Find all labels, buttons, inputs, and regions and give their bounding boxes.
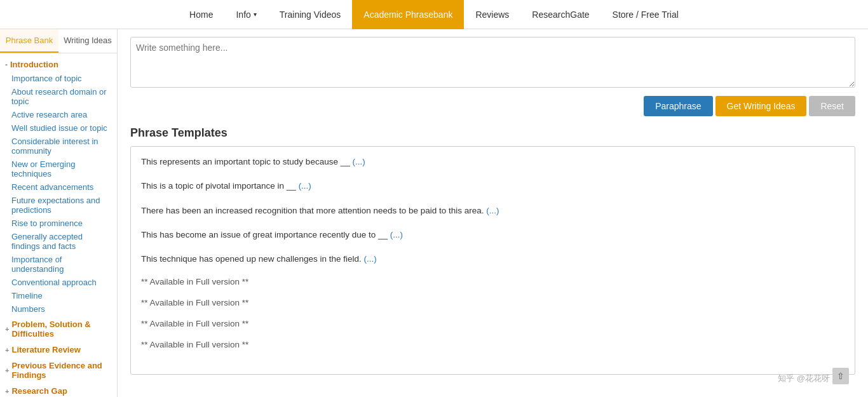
sidebar-item-1[interactable]: About research domain or topic	[0, 85, 117, 108]
action-buttons: Paraphrase Get Writing Ideas Reset	[130, 96, 855, 116]
sidebar-item-11[interactable]: Conventional approach	[0, 276, 117, 289]
sidebar-section-3: +Previous Evidence and Findings	[0, 358, 117, 382]
sidebar-section-label-0: Introduction	[10, 60, 58, 69]
phrase-line-0: This represents an important topic to st…	[141, 156, 844, 168]
expand-icon: +	[5, 367, 9, 374]
nav-item-home[interactable]: Home	[178, 0, 224, 29]
sidebar-section-label-1: Problem, Solution & Difficulties	[11, 320, 112, 339]
collapse-icon: -	[5, 60, 8, 69]
available-item-2: ** Available in Full version **	[141, 319, 844, 328]
phrase-link-2[interactable]: (...)	[486, 206, 499, 215]
get-writing-ideas-button[interactable]: Get Writing Ideas	[715, 96, 807, 116]
sidebar-section-label-2: Literature Review	[11, 345, 80, 354]
sidebar-item-9[interactable]: Generally accepted findings and facts	[0, 230, 117, 253]
navigation: HomeInfo▾Training VideosAcademic Phraseb…	[0, 0, 868, 29]
sidebar-item-8[interactable]: Rise to prominence	[0, 217, 117, 230]
nav-item-researchgate[interactable]: ResearchGate	[520, 0, 600, 29]
sidebar-item-13[interactable]: Numbers	[0, 302, 117, 316]
phrase-link-4[interactable]: (...)	[364, 254, 377, 264]
chevron-down-icon: ▾	[254, 11, 257, 18]
write-textarea[interactable]	[130, 37, 855, 88]
scroll-up-button[interactable]: ⇧	[832, 368, 849, 384]
sidebar-item-5[interactable]: New or Emerging techniques	[0, 158, 117, 180]
sidebar-item-3[interactable]: Well studied issue or topic	[0, 121, 117, 135]
write-area-wrapper	[130, 37, 855, 90]
sidebar-tab-writing-ideas[interactable]: Writing Ideas	[58, 29, 117, 53]
nav-item-store---free-trial[interactable]: Store / Free Trial	[601, 0, 690, 29]
phrase-line-2: There has been an increased recognition …	[141, 205, 844, 217]
expand-icon: +	[5, 325, 9, 333]
sidebar-section-header-0[interactable]: -Introduction	[0, 57, 117, 72]
sidebar-section-header-4[interactable]: +Research Gap	[0, 384, 117, 397]
phrase-templates-box[interactable]: This represents an important topic to st…	[130, 146, 855, 375]
phrase-link-1[interactable]: (...)	[299, 181, 311, 191]
expand-icon: +	[5, 346, 9, 354]
sidebar-section-2: +Literature Review	[0, 342, 117, 357]
sidebar-section-header-1[interactable]: +Problem, Solution & Difficulties	[0, 317, 117, 341]
sidebar-section-4: +Research Gap	[0, 384, 117, 397]
nav-item-academic-phrasebank[interactable]: Academic Phrasebank	[352, 0, 464, 29]
phrase-line-4: This technique has opened up new challen…	[141, 253, 844, 266]
phrase-line-3: This has become an issue of great import…	[141, 229, 844, 241]
expand-icon: +	[5, 387, 9, 395]
sidebar-section-label-4: Research Gap	[11, 386, 67, 396]
sidebar-section-1: +Problem, Solution & Difficulties	[0, 317, 117, 341]
sidebar-item-10[interactable]: Importance of understanding	[0, 253, 117, 276]
paraphrase-button[interactable]: Paraphrase	[644, 96, 712, 116]
sidebar-item-4[interactable]: Considerable interest in community	[0, 135, 117, 158]
sidebar-item-0[interactable]: Importance of topic	[0, 72, 117, 85]
available-item-3: ** Available in Full version **	[141, 340, 844, 349]
sidebar-item-2[interactable]: Active research area	[0, 108, 117, 121]
sidebar: Phrase BankWriting Ideas -IntroductionIm…	[0, 29, 118, 397]
nav-item-reviews[interactable]: Reviews	[464, 0, 520, 29]
sidebar-item-12[interactable]: Timeline	[0, 289, 117, 302]
nav-item-info[interactable]: Info▾	[224, 0, 268, 29]
available-item-1: ** Available in Full version **	[141, 298, 844, 307]
sidebar-section-label-3: Previous Evidence and Findings	[11, 361, 112, 380]
phrase-link-3[interactable]: (...)	[390, 230, 403, 239]
phrase-line-1: This is a topic of pivotal importance in…	[141, 180, 844, 192]
sidebar-section-header-3[interactable]: +Previous Evidence and Findings	[0, 358, 117, 382]
sidebar-tab-phrase-bank[interactable]: Phrase Bank	[0, 29, 58, 53]
reset-button[interactable]: Reset	[809, 96, 855, 116]
sidebar-item-7[interactable]: Future expectations and predictions	[0, 194, 117, 217]
sidebar-section-header-2[interactable]: +Literature Review	[0, 342, 117, 357]
main-content: Paraphrase Get Writing Ideas Reset Phras…	[118, 29, 868, 397]
available-item-0: ** Available in Full version **	[141, 277, 844, 286]
sidebar-item-6[interactable]: Recent advancements	[0, 180, 117, 194]
watermark: 知乎 @花花呀	[778, 373, 830, 384]
phrase-templates-title: Phrase Templates	[130, 126, 855, 140]
nav-item-training-videos[interactable]: Training Videos	[268, 0, 353, 29]
sidebar-section-0: -IntroductionImportance of topicAbout re…	[0, 57, 117, 316]
phrase-link-0[interactable]: (...)	[352, 157, 365, 166]
